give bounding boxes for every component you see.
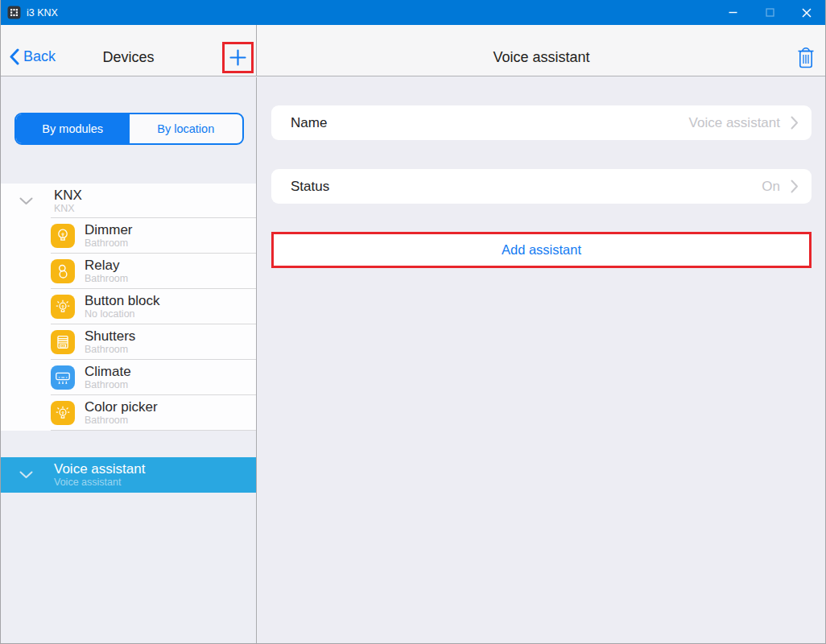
chevron-down-icon (1, 197, 51, 205)
relay-icon (51, 259, 75, 283)
device-row-color-picker[interactable]: Color picker Bathroom (1, 395, 256, 431)
plus-icon (229, 48, 247, 67)
group-row-voice-assistant-selected[interactable]: Voice assistant Voice assistant (1, 457, 256, 493)
device-title: Shutters (85, 328, 135, 344)
group-subtitle: KNX (54, 203, 82, 215)
group-title: Voice assistant (54, 461, 145, 477)
device-subtitle: Bathroom (85, 344, 135, 356)
window-title: i3 KNX (27, 7, 58, 19)
device-row-relay[interactable]: Relay Bathroom (1, 254, 256, 289)
name-label: Name (291, 115, 327, 131)
trash-icon[interactable] (797, 47, 815, 71)
device-row-shutters[interactable]: Shutters Bathroom (1, 324, 256, 360)
dimmer-bulb-icon (51, 224, 75, 248)
device-tree: KNX KNX Dimmer Bathroom Relay (1, 184, 256, 431)
device-title: Button block (85, 293, 160, 308)
view-toggle: By modules By location (14, 113, 244, 145)
status-label: Status (291, 179, 329, 195)
detail-pane: Name Voice assistant Status On Add assis… (258, 77, 825, 643)
device-row-climate[interactable]: Climate Bathroom (1, 360, 256, 395)
device-subtitle: Bathroom (85, 415, 158, 427)
maximize-icon[interactable] (751, 0, 788, 25)
device-title: Color picker (85, 399, 158, 415)
chevron-right-icon (791, 116, 799, 130)
shining-bulb-icon (51, 401, 75, 425)
chevron-right-icon (791, 180, 799, 193)
device-subtitle: No location (85, 308, 160, 320)
chevron-down-icon (1, 471, 51, 479)
tab-by-location[interactable]: By location (130, 114, 243, 143)
annotation-highlight-box: Add assistant (271, 232, 812, 268)
devices-title: Devices (1, 49, 256, 66)
device-row-dimmer[interactable]: Dimmer Bathroom (1, 218, 256, 254)
shining-bulb-icon (51, 295, 75, 319)
shutters-icon (51, 330, 75, 354)
close-icon[interactable] (788, 0, 825, 25)
minimize-icon[interactable] (714, 0, 751, 25)
device-row-button-block[interactable]: Button block No location (1, 289, 256, 324)
air-conditioner-icon (51, 365, 75, 390)
device-subtitle: Bathroom (85, 379, 131, 391)
detail-title: Voice assistant (258, 49, 825, 66)
sidebar: By modules By location KNX KNX Dimmer (1, 77, 257, 643)
name-value: Voice assistant (689, 115, 780, 131)
device-title: Dimmer (85, 222, 133, 237)
device-subtitle: Bathroom (85, 237, 133, 250)
window-controls (714, 0, 825, 25)
header: Back Devices Voice assistant (1, 25, 825, 76)
group-subtitle: Voice assistant (54, 477, 145, 489)
titlebar: i3 KNX (1, 0, 825, 25)
device-title: Relay (85, 258, 128, 273)
name-row[interactable]: Name Voice assistant (271, 105, 812, 140)
tab-by-modules[interactable]: By modules (16, 114, 130, 143)
status-row[interactable]: Status On (271, 169, 812, 204)
add-device-button[interactable] (225, 44, 251, 71)
annotation-highlight-box (222, 42, 254, 73)
device-subtitle: Bathroom (85, 273, 128, 285)
detail-header: Voice assistant (258, 25, 825, 76)
status-value: On (762, 179, 780, 195)
device-title: Climate (85, 364, 131, 379)
group-row-knx[interactable]: KNX KNX (1, 184, 256, 218)
devices-header: Back Devices (1, 25, 257, 76)
app-window: i3 KNX Back Devices (0, 0, 826, 644)
group-title: KNX (54, 188, 82, 203)
add-assistant-button[interactable]: Add assistant (274, 234, 809, 266)
app-logo-icon (7, 6, 21, 19)
